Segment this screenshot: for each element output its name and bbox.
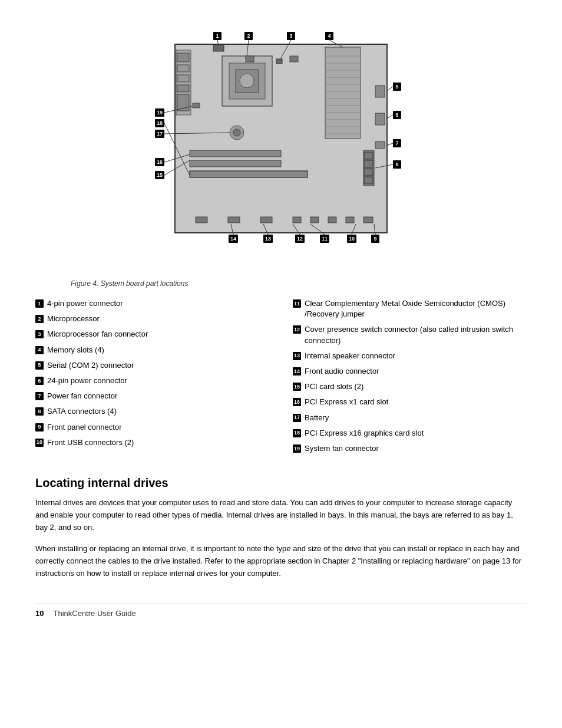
- svg-rect-48: [375, 141, 385, 149]
- svg-rect-26: [364, 160, 373, 167]
- svg-rect-25: [364, 152, 373, 159]
- svg-text:14: 14: [230, 236, 236, 242]
- part-text-5: Serial (COM 2) connector: [47, 360, 134, 371]
- part-item-19: 19 System fan connector: [293, 443, 527, 454]
- part-text-16: PCI Express x1 card slot: [305, 397, 388, 407]
- part-item-18: 18 PCI Express x16 graphics card slot: [293, 428, 527, 439]
- part-text-14: Front audio connector: [305, 366, 379, 377]
- part-text-7: Power fan connector: [47, 391, 117, 401]
- svg-rect-2: [177, 53, 189, 62]
- svg-rect-31: [190, 171, 308, 177]
- svg-text:17: 17: [157, 131, 163, 137]
- svg-rect-30: [190, 160, 281, 167]
- section-paragraph-1: Internal drives are devices that your co…: [35, 497, 527, 533]
- part-item-7: 7 Power fan connector: [35, 391, 269, 401]
- part-item-13: 13 Internal speaker connector: [293, 351, 527, 361]
- svg-text:5: 5: [395, 84, 398, 90]
- svg-text:7: 7: [395, 140, 398, 146]
- part-text-1: 4-pin power connector: [47, 298, 123, 309]
- svg-text:9: 9: [373, 236, 376, 242]
- part-badge-13: 13: [293, 352, 301, 360]
- part-badge-9: 9: [35, 423, 44, 431]
- part-badge-4: 4: [35, 346, 44, 354]
- svg-rect-44: [346, 217, 354, 223]
- part-item-3: 3 Microprocessor fan connector: [35, 329, 269, 340]
- part-item-8: 8 SATA connectors (4): [35, 406, 269, 417]
- svg-rect-34: [246, 56, 254, 62]
- parts-list: 1 4-pin power connector 2 Microprocessor…: [35, 298, 527, 459]
- svg-rect-41: [293, 217, 301, 223]
- svg-rect-46: [375, 85, 385, 97]
- motherboard-diagram: 1 2 3 4 5 6 7 8 9: [146, 24, 416, 265]
- part-item-1: 1 4-pin power connector: [35, 298, 269, 309]
- svg-rect-3: [177, 65, 189, 72]
- svg-text:13: 13: [265, 236, 271, 242]
- part-badge-8: 8: [35, 407, 44, 416]
- part-badge-15: 15: [293, 383, 301, 391]
- part-badge-16: 16: [293, 398, 301, 406]
- part-item-4: 4 Memory slots (4): [35, 345, 269, 355]
- part-item-15: 15 PCI card slots (2): [293, 381, 527, 392]
- part-text-15: PCI card slots (2): [305, 381, 363, 392]
- part-text-19: System fan connector: [305, 443, 379, 454]
- svg-text:11: 11: [322, 236, 328, 242]
- part-text-12: Cover presence switch connector (also ca…: [305, 324, 527, 345]
- svg-point-10: [240, 74, 254, 88]
- part-text-10: Front USB connectors (2): [47, 437, 134, 448]
- part-badge-12: 12: [293, 325, 301, 334]
- footer-title: ThinkCentre User Guide: [53, 609, 135, 618]
- part-item-11: 11 Clear Complementary Metal Oxide Semic…: [293, 298, 527, 319]
- part-badge-10: 10: [35, 439, 44, 447]
- parts-left-column: 1 4-pin power connector 2 Microprocessor…: [35, 298, 269, 459]
- part-item-5: 5 Serial (COM 2) connector: [35, 360, 269, 371]
- part-badge-6: 6: [35, 377, 44, 385]
- svg-rect-40: [260, 217, 272, 223]
- part-badge-18: 18: [293, 429, 301, 437]
- svg-text:6: 6: [395, 112, 398, 118]
- part-item-10: 10 Front USB connectors (2): [35, 437, 269, 448]
- part-item-9: 9 Front panel connector: [35, 422, 269, 433]
- part-text-2: Microprocessor: [47, 314, 100, 324]
- part-text-18: PCI Express x16 graphics card slot: [305, 428, 424, 439]
- svg-point-33: [233, 129, 240, 136]
- svg-text:15: 15: [157, 172, 163, 178]
- part-text-9: Front panel connector: [47, 422, 121, 433]
- svg-text:16: 16: [157, 159, 163, 165]
- part-item-2: 2 Microprocessor: [35, 314, 269, 324]
- parts-right-column: 11 Clear Complementary Metal Oxide Semic…: [293, 298, 527, 459]
- part-text-13: Internal speaker connector: [305, 351, 395, 361]
- svg-text:19: 19: [157, 110, 163, 116]
- svg-rect-106: [193, 103, 200, 108]
- part-item-16: 16 PCI Express x1 card slot: [293, 397, 527, 407]
- svg-text:18: 18: [157, 120, 163, 126]
- part-badge-7: 7: [35, 392, 44, 400]
- part-badge-17: 17: [293, 414, 301, 422]
- part-badge-5: 5: [35, 361, 44, 370]
- svg-rect-45: [363, 217, 373, 223]
- part-item-12: 12 Cover presence switch connector (also…: [293, 324, 527, 345]
- svg-rect-38: [196, 217, 207, 223]
- section-heading: Locating internal drives: [35, 476, 527, 490]
- svg-text:4: 4: [328, 33, 330, 39]
- svg-rect-28: [364, 177, 373, 184]
- part-text-4: Memory slots (4): [47, 345, 104, 355]
- part-badge-3: 3: [35, 330, 44, 338]
- svg-rect-29: [190, 150, 281, 157]
- svg-rect-4: [177, 75, 189, 82]
- part-item-17: 17 Battery: [293, 413, 527, 423]
- part-text-11: Clear Complementary Metal Oxide Semicond…: [305, 298, 527, 319]
- svg-rect-27: [364, 169, 373, 176]
- svg-rect-37: [276, 59, 282, 64]
- part-badge-1: 1: [35, 299, 44, 308]
- svg-text:3: 3: [289, 33, 292, 39]
- part-item-6: 6 24-pin power connector: [35, 375, 269, 386]
- svg-rect-11: [325, 47, 361, 139]
- part-badge-14: 14: [293, 367, 301, 375]
- svg-text:1: 1: [216, 33, 219, 39]
- svg-rect-47: [375, 113, 385, 125]
- part-text-8: SATA connectors (4): [47, 406, 117, 417]
- part-badge-2: 2: [35, 315, 44, 323]
- svg-rect-39: [228, 217, 240, 223]
- svg-text:8: 8: [395, 162, 398, 167]
- svg-text:12: 12: [297, 236, 303, 242]
